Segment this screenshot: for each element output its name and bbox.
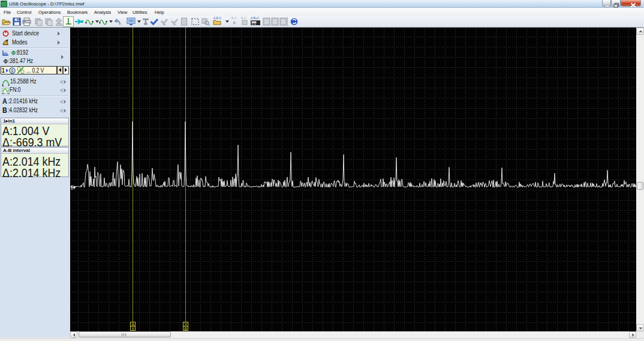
svg-text:B-C: B-C	[241, 16, 246, 20]
svg-text:X: X	[184, 322, 187, 327]
svg-text:6: 6	[11, 68, 13, 73]
svg-text:A: A	[131, 322, 134, 327]
svg-text:X: X	[131, 327, 134, 331]
svg-text:B: B	[184, 327, 187, 331]
svg-text:A B-C: A B-C	[213, 16, 221, 20]
svg-text:A B+C: A B+C	[251, 16, 260, 20]
svg-text:B-C: B-C	[231, 16, 237, 20]
